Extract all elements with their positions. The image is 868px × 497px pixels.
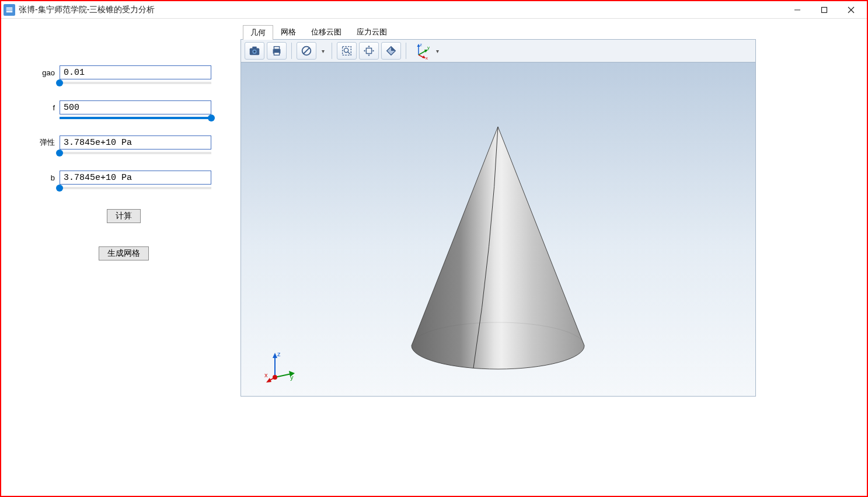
tab-geometry[interactable]: 几何	[243, 25, 273, 40]
svg-rect-13	[274, 53, 279, 55]
transparency-dropdown[interactable]: ▾	[319, 48, 327, 54]
svg-marker-37	[266, 378, 271, 383]
param-slider-elastic[interactable]	[60, 152, 211, 154]
svg-rect-0	[6, 7, 13, 12]
param-input-b[interactable]	[60, 171, 211, 185]
rotate-button[interactable]	[381, 42, 401, 60]
param-label-b: b	[36, 173, 60, 182]
svg-text:z: z	[420, 42, 422, 47]
param-slider-gao[interactable]	[60, 82, 211, 84]
axis-dropdown[interactable]: ▾	[433, 48, 441, 54]
svg-marker-32	[273, 353, 277, 358]
param-label-elastic: 弹性	[36, 137, 60, 148]
svg-rect-8	[252, 47, 256, 49]
generate-mesh-button[interactable]: 生成网格	[99, 246, 149, 260]
compute-button[interactable]: 计算	[107, 209, 141, 223]
axis-orientation-button[interactable]: z y x	[411, 42, 431, 60]
app-window: 张博-集宁师范学院-三棱锥的受力分析 gao f	[0, 0, 868, 497]
close-button[interactable]	[838, 1, 864, 19]
tab-displacement[interactable]: 位移云图	[304, 25, 349, 39]
param-label-gao: gao	[36, 68, 60, 77]
snapshot-button[interactable]	[245, 42, 264, 60]
print-button[interactable]	[267, 42, 287, 60]
content-area: gao f 弹性	[1, 19, 867, 496]
param-input-f[interactable]	[60, 100, 211, 114]
pan-button[interactable]	[359, 42, 379, 60]
param-input-elastic[interactable]	[60, 135, 211, 150]
param-label-f: f	[36, 103, 60, 112]
tab-stress[interactable]: 应力云图	[349, 25, 395, 39]
svg-rect-12	[274, 47, 279, 50]
param-slider-f[interactable]	[60, 117, 211, 119]
svg-point-10	[253, 51, 256, 53]
titlebar: 张博-集宁师范学院-三棱锥的受力分析	[1, 1, 867, 19]
viewer-toolbar: ▾ z y	[240, 39, 756, 62]
svg-rect-19	[366, 48, 371, 53]
maximize-button[interactable]	[811, 1, 838, 19]
svg-text:y: y	[427, 45, 430, 50]
svg-line-33	[275, 374, 291, 377]
axis-label-y: y	[290, 374, 294, 381]
tab-bar: 几何 网格 位移云图 应力云图	[240, 25, 756, 39]
viewer-panel: 几何 网格 位移云图 应力云图 ▾	[240, 25, 861, 490]
axis-label-x: x	[264, 371, 268, 378]
parameter-panel: gao f 弹性	[7, 25, 240, 490]
window-title: 张博-集宁师范学院-三棱锥的受力分析	[19, 5, 155, 15]
cone-geometry	[405, 124, 591, 375]
viewport-3d[interactable]: z y x	[240, 62, 756, 397]
svg-rect-4	[822, 7, 827, 12]
tab-mesh[interactable]: 网格	[273, 25, 304, 39]
axis-gizmo: z y x	[264, 349, 299, 384]
svg-point-17	[344, 48, 348, 52]
minimize-button[interactable]	[784, 1, 811, 19]
svg-line-15	[304, 48, 310, 54]
param-slider-b[interactable]	[60, 187, 211, 189]
param-input-gao[interactable]	[60, 65, 211, 79]
app-icon	[4, 4, 15, 16]
svg-text:x: x	[426, 55, 428, 60]
svg-line-18	[348, 52, 350, 54]
zoom-extents-button[interactable]	[337, 42, 357, 60]
axis-label-z: z	[277, 350, 281, 357]
transparency-button[interactable]	[297, 42, 316, 60]
